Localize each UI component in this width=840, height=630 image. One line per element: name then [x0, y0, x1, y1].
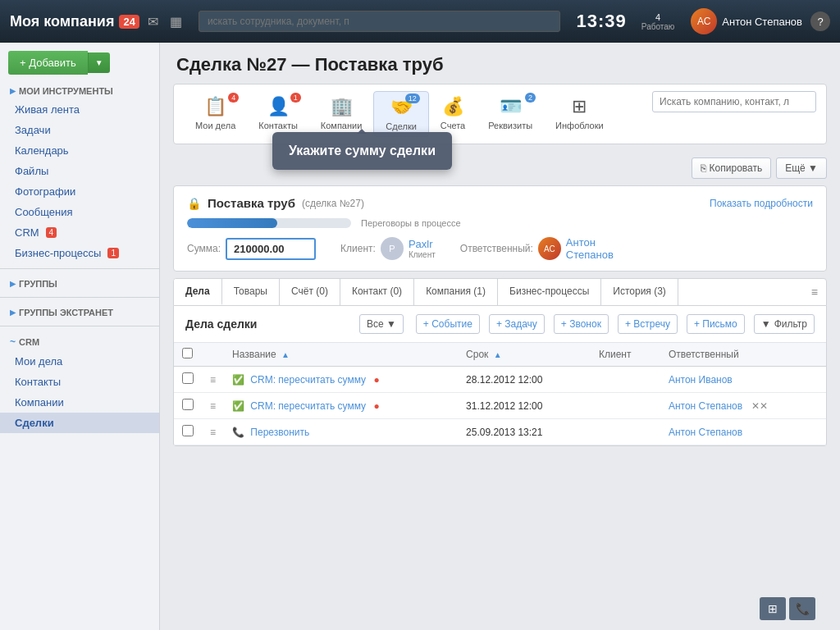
float-button-1[interactable]: ⊞ — [760, 597, 786, 620]
col-client: Клиент — [591, 343, 660, 367]
sidebar: + Добавить ▼ ▶ МОИ ИНСТРУМЕНТЫ Живая лен… — [0, 43, 160, 630]
tab-contact[interactable]: Контакт (0) — [340, 279, 414, 305]
tab-invoice[interactable]: Счёт (0) — [280, 279, 340, 305]
sidebar-item-biz-process[interactable]: Бизнес-процессы 1 — [0, 243, 159, 263]
row3-menu-icon[interactable]: ≡ — [210, 427, 216, 438]
topbar: Моя компания 24 ✉ ▦ 13:39 4 Работаю АС А… — [0, 0, 840, 43]
sidebar-crm-deals[interactable]: Сделки — [0, 413, 159, 433]
date-sort-icon[interactable]: ▲ — [494, 350, 502, 359]
sidebar-item-tasks[interactable]: Задачи — [0, 120, 159, 140]
toolbar-search-input[interactable] — [652, 91, 816, 112]
tab-history[interactable]: История (3) — [601, 279, 678, 305]
col-menu — [202, 343, 224, 367]
progress-bar-fill — [187, 218, 277, 228]
row1-name-link[interactable]: CRM: пересчитать сумму — [250, 374, 366, 386]
row2-resp-link[interactable]: Антон Степанов — [669, 400, 742, 412]
extranet-section: ▶ ГРУППЫ ЭКСТРАНЕТ — [0, 304, 159, 321]
tab-company[interactable]: Компания (1) — [414, 279, 498, 305]
grid-icon[interactable]: ▦ — [170, 14, 182, 30]
add-letter-btn[interactable]: + Письмо — [687, 314, 745, 334]
row1-name: ✅ CRM: пересчитать сумму ● — [224, 367, 458, 393]
client-name[interactable]: Paxlr — [409, 238, 436, 250]
toolbar-deals[interactable]: 12 🤝 Сделки — [373, 91, 429, 137]
toolbar-requisites[interactable]: 2 🪪 Реквизиты — [477, 91, 544, 135]
infoblocks-icon: ⊞ — [572, 96, 587, 117]
help-button[interactable]: ? — [810, 11, 830, 31]
add-task-btn[interactable]: + Задачу — [489, 314, 545, 334]
tab-biz-processes[interactable]: Бизнес-процессы — [498, 279, 601, 305]
add-button-container: + Добавить ▼ — [8, 51, 151, 75]
sidebar-item-calendar[interactable]: Календарь — [0, 140, 159, 161]
row3-date: 25.09.2013 13:21 — [458, 419, 591, 445]
deal-client-label: Клиент: — [340, 243, 376, 254]
row2-name-link[interactable]: CRM: пересчитать сумму — [250, 400, 366, 412]
sidebar-item-photos[interactable]: Фотографии — [0, 181, 159, 202]
status-label: Работаю — [641, 22, 675, 31]
select-all-checkbox[interactable] — [182, 348, 193, 358]
row1-checkbox[interactable] — [182, 372, 194, 384]
toolbar-search-container — [652, 91, 816, 112]
tab-deals[interactable]: Дела — [174, 279, 222, 305]
sidebar-item-crm[interactable]: CRM 4 — [0, 222, 159, 243]
toolbar-infoblocks[interactable]: ⊞ Инфоблоки — [544, 91, 615, 135]
deal-sum-input[interactable] — [226, 238, 316, 260]
row1-resp-link[interactable]: Антон Иванов — [669, 374, 733, 386]
add-meet-btn[interactable]: + Встречу — [618, 314, 678, 334]
name-sort-icon[interactable]: ▲ — [281, 350, 290, 359]
row3-resp-link[interactable]: Антон Степанов — [669, 427, 742, 438]
row2-name: ✅ CRM: пересчитать сумму ● — [224, 393, 458, 419]
topbar-search-input[interactable] — [199, 11, 560, 32]
show-details-link[interactable]: Показать подробности — [710, 198, 813, 209]
extranet-collapse-icon[interactable]: ▶ — [10, 308, 16, 317]
invoices-icon: 💰 — [442, 96, 464, 117]
sidebar-crm-contacts[interactable]: Контакты — [0, 372, 159, 392]
sidebar-crm-companies[interactable]: Компании — [0, 392, 159, 413]
company-name: Моя компания — [10, 13, 114, 30]
sidebar-item-live-feed[interactable]: Живая лента — [0, 99, 159, 120]
client-avatar: P — [381, 237, 404, 260]
sidebar-crm-my-deals[interactable]: Мои дела — [0, 351, 159, 372]
toolbar-contacts[interactable]: 1 👤 Контакты — [247, 91, 309, 135]
my-deals-label: Мои дела — [195, 121, 235, 130]
requisites-icon: 🪪 — [500, 96, 522, 117]
sidebar-item-files[interactable]: Файлы — [0, 161, 159, 181]
deal-resp-field: Ответственный: АС АнтонСтепанов — [460, 236, 614, 261]
table-row: ≡ ✅ CRM: пересчитать сумму ● 31.12.2012 … — [174, 393, 826, 419]
row3-check — [174, 419, 202, 445]
sidebar-item-messages[interactable]: Сообщения — [0, 202, 159, 222]
section-collapse-icon[interactable]: ▶ — [10, 87, 16, 95]
client-type: Клиент — [409, 250, 436, 259]
all-dropdown-btn[interactable]: Все ▼ — [359, 314, 404, 334]
notifications-badge[interactable]: 24 — [119, 15, 139, 29]
add-event-btn[interactable]: + Событие — [416, 314, 480, 334]
row1-menu-icon[interactable]: ≡ — [210, 374, 216, 386]
row2-type-icon: ✅ — [232, 400, 244, 412]
message-icon[interactable]: ✉ — [148, 14, 158, 30]
row2-menu-icon[interactable]: ≡ — [210, 400, 216, 412]
tab-goods[interactable]: Товары — [222, 279, 280, 305]
add-main-button[interactable]: + Добавить — [8, 51, 88, 75]
row3-name-link[interactable]: Перезвонить — [250, 427, 309, 438]
copy-button[interactable]: ⎘ Копировать — [692, 158, 771, 179]
add-call-btn[interactable]: + Звонок — [554, 314, 609, 334]
topbar-time: 13:39 — [577, 11, 627, 32]
row2-date: 31.12.2012 12:00 — [458, 393, 591, 419]
resp-label: Ответственный: — [460, 243, 533, 254]
invoices-label: Счета — [441, 121, 465, 130]
add-dropdown-button[interactable]: ▼ — [88, 52, 110, 73]
row3-menu: ≡ — [202, 419, 224, 445]
toolbar-my-deals[interactable]: 4 📋 Мои дела — [184, 91, 247, 135]
groups-collapse-icon[interactable]: ▶ — [10, 280, 16, 288]
row2-checkbox[interactable] — [182, 399, 194, 410]
row3-responsible: Антон Степанов — [660, 419, 826, 445]
row1-client — [591, 367, 660, 393]
row2-check — [174, 393, 202, 419]
row3-checkbox[interactable] — [182, 425, 194, 436]
tab-more-button[interactable]: ≡ — [803, 279, 826, 305]
filter-btn[interactable]: ▼ Фильтр — [754, 314, 815, 334]
resp-name[interactable]: АнтонСтепанов — [566, 236, 614, 261]
float-button-2[interactable]: 📞 — [789, 597, 815, 620]
table-row: ≡ 📞 Перезвонить 25.09.2013 13:21 Антон С… — [174, 419, 826, 445]
toolbar-invoices[interactable]: 💰 Счета — [429, 91, 477, 135]
more-button[interactable]: Ещё ▼ — [776, 158, 827, 179]
